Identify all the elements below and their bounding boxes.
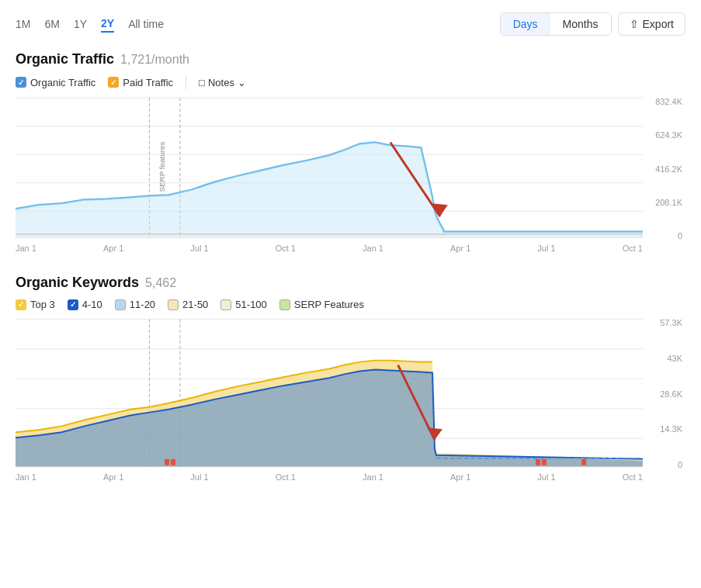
organic-traffic-header: Organic Traffic 1,721/month [16,51,685,67]
organic-keywords-title: Organic Keywords [16,275,139,291]
paid-label: Paid Traffic [123,77,173,88]
traffic-legend: ✓ Organic Traffic ✓ Paid Traffic □ Notes… [16,75,685,89]
organic-traffic-title: Organic Traffic [16,51,114,67]
view-toggle-group: Days Months [500,12,612,36]
paid-checkbox: ✓ [108,77,119,88]
view-controls: Days Months ⇧ Export [500,12,685,36]
toggle-days[interactable]: Days [501,13,550,35]
4-10-checkbox: ✓ [68,299,78,310]
21-50-label: 21-50 [182,299,208,310]
organic-traffic-subtitle: 1,721/month [120,53,189,67]
notes-button[interactable]: □ Notes ⌄ [199,77,246,88]
chevron-down-icon: ⌄ [238,77,246,88]
filter-alltime[interactable]: All time [128,16,164,32]
51-100-checkbox [220,299,231,310]
keywords-legend: ✓ Top 3 ✓ 4-10 11-20 21-50 51-100 SERP F… [16,299,685,310]
traffic-chart: SERP features [16,97,643,240]
x-label-apr1-2: Apr 1 [450,244,470,253]
traffic-y-axis: 832.4K 624.3K 416.2K 208.1K 0 [643,97,685,240]
export-label: Export [643,18,674,30]
svg-rect-27 [581,459,586,465]
keywords-chart-area: 57.3K 43K 28.6K 14.3K 0 [16,318,685,469]
kx-label-jan1-2: Jan 1 [363,472,383,482]
notes-icon: □ [199,77,205,88]
export-button[interactable]: ⇧ Export [618,12,685,36]
toggle-months[interactable]: Months [550,13,611,35]
x-label-oct1-2: Oct 1 [623,244,643,253]
ky-label-2: 43K [643,354,682,363]
ky-label-5: 0 [643,460,682,469]
svg-rect-23 [165,459,169,465]
ky-label-3: 28.6K [643,389,682,399]
ky-label-4: 14.3K [643,424,682,434]
y-label-2: 624.3K [643,130,682,140]
filter-2y[interactable]: 2Y [101,16,114,33]
kx-label-apr1: Apr 1 [103,472,123,482]
organic-keywords-subtitle: 5,462 [145,276,176,290]
serp-label: SERP Features [294,299,364,310]
upload-icon: ⇧ [630,18,639,30]
legend-21-50[interactable]: 21-50 [168,299,208,310]
time-filters: 1M 6M 1Y 2Y All time [16,16,164,33]
x-label-jul1-2: Jul 1 [537,244,555,253]
filter-6m[interactable]: 6M [44,16,59,32]
y-label-1: 832.4K [643,97,682,106]
keywords-y-axis: 57.3K 43K 28.6K 14.3K 0 [643,318,685,469]
x-label-oct1: Oct 1 [276,244,296,253]
11-20-checkbox [115,299,126,310]
x-label-jul1: Jul 1 [190,244,208,253]
11-20-label: 11-20 [130,299,155,310]
notes-label: Notes [208,77,234,88]
x-label-apr1: Apr 1 [103,244,123,253]
kx-label-jul1-2: Jul 1 [537,472,555,482]
kx-label-oct1: Oct 1 [276,472,296,482]
svg-marker-10 [16,143,643,238]
legend-top3[interactable]: ✓ Top 3 [16,299,55,310]
21-50-checkbox [168,299,179,310]
top-bar: 1M 6M 1Y 2Y All time Days Months ⇧ Expor… [16,12,685,36]
svg-text:SERP features: SERP features [158,141,166,192]
filter-1y[interactable]: 1Y [74,16,87,32]
x-label-jan1: Jan 1 [16,244,36,253]
filter-1m[interactable]: 1M [16,16,30,32]
51-100-label: 51-100 [235,299,266,310]
kx-label-jan1: Jan 1 [16,472,36,482]
keywords-x-axis: Jan 1 Apr 1 Jul 1 Oct 1 Jan 1 Apr 1 Jul … [16,472,685,482]
legend-11-20[interactable]: 11-20 [115,299,155,310]
top3-checkbox: ✓ [16,299,26,310]
keywords-svg [16,318,643,469]
top3-label: Top 3 [30,299,55,310]
serp-checkbox [279,299,290,310]
organic-label: Organic Traffic [30,77,95,88]
legend-4-10[interactable]: ✓ 4-10 [68,299,102,310]
svg-rect-26 [542,459,547,465]
organic-keywords-header: Organic Keywords 5,462 [16,275,685,291]
svg-rect-24 [171,459,175,465]
y-label-5: 0 [643,231,682,240]
y-label-3: 416.2K [643,164,682,174]
4-10-label: 4-10 [82,299,102,310]
traffic-svg: SERP features [16,97,643,240]
traffic-chart-area: SERP features 832.4K 624.3K 416.2K 208.1… [16,97,685,240]
legend-organic[interactable]: ✓ Organic Traffic [16,77,95,88]
traffic-x-axis: Jan 1 Apr 1 Jul 1 Oct 1 Jan 1 Apr 1 Jul … [16,244,685,253]
kx-label-apr1-2: Apr 1 [450,472,470,482]
ky-label-1: 57.3K [643,318,682,327]
y-label-4: 208.1K [643,198,682,207]
organic-checkbox: ✓ [16,77,26,88]
legend-divider [186,75,186,89]
x-label-jan1-2: Jan 1 [363,244,383,253]
legend-paid[interactable]: ✓ Paid Traffic [108,77,173,88]
legend-51-100[interactable]: 51-100 [220,299,266,310]
keywords-chart [16,318,643,469]
legend-serp[interactable]: SERP Features [279,299,364,310]
kx-label-jul1: Jul 1 [190,472,208,482]
svg-rect-25 [536,459,540,465]
kx-label-oct1-2: Oct 1 [623,472,643,482]
